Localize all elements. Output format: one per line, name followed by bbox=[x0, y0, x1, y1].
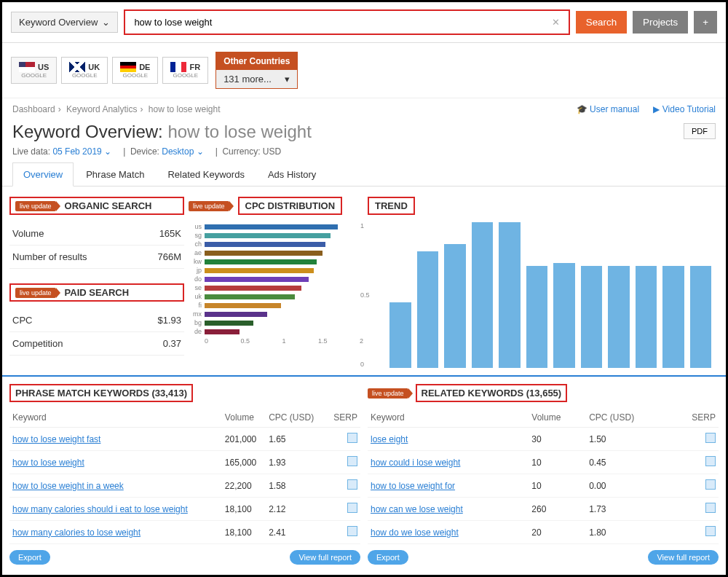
crumb-current: how to lose weight bbox=[149, 104, 221, 114]
keyword-link[interactable]: how could i lose weight bbox=[371, 458, 460, 468]
keyword-link[interactable]: how to lose weight fast bbox=[12, 434, 100, 444]
view-report-button[interactable]: View full report bbox=[648, 550, 719, 565]
serp-icon[interactable] bbox=[705, 503, 716, 513]
scope-label: Keyword Overview bbox=[19, 17, 98, 28]
metric-row: CPC$1.93 bbox=[9, 309, 184, 332]
table-row: how to lose weight in a week22,2001.58 bbox=[9, 474, 360, 498]
other-countries-title: Other Countries bbox=[216, 52, 297, 70]
table-row: how could i lose weight100.45 bbox=[368, 451, 719, 474]
search-input[interactable] bbox=[127, 12, 544, 33]
serp-icon[interactable] bbox=[347, 526, 357, 536]
country-uk[interactable]: UKGOOGLE bbox=[61, 57, 108, 84]
chevron-down-icon: ⌄ bbox=[102, 17, 110, 28]
serp-icon[interactable] bbox=[347, 433, 357, 443]
country-fr[interactable]: FRGOOGLE bbox=[162, 57, 208, 84]
table-row: how can we lose weight2601.73 bbox=[368, 498, 719, 521]
country-de[interactable]: DEGOOGLE bbox=[112, 57, 158, 84]
clear-icon[interactable]: ✕ bbox=[545, 17, 567, 28]
keyword-link[interactable]: how many calories should i eat to lose w… bbox=[12, 504, 188, 514]
keyword-link[interactable]: how many calories to lose weight bbox=[12, 527, 141, 538]
trend-title: TREND bbox=[368, 197, 415, 215]
live-update-badge: live update bbox=[15, 201, 56, 211]
search-wrapper: ✕ bbox=[124, 9, 569, 35]
live-date[interactable]: 05 Feb 2019 ⌄ bbox=[52, 146, 111, 157]
live-update-badge: live update bbox=[368, 388, 408, 399]
other-countries[interactable]: Other Countries 131 more... ▾ bbox=[215, 52, 298, 89]
projects-button[interactable]: Projects bbox=[633, 11, 688, 34]
serp-icon[interactable] bbox=[705, 433, 716, 443]
keyword-link[interactable]: how to lose weight for bbox=[371, 481, 455, 491]
live-update-badge: live update bbox=[15, 288, 56, 298]
metric-row: Number of results766M bbox=[9, 246, 184, 269]
paid-search-title: PAID SEARCH bbox=[65, 287, 130, 298]
table-row: how many calories should i eat to lose w… bbox=[9, 498, 360, 521]
tab-ads-history[interactable]: Ads History bbox=[257, 162, 327, 186]
related-table: KeywordVolumeCPC (USD)SERP lose eight301… bbox=[368, 408, 719, 544]
organic-search-title: ORGANIC SEARCH bbox=[65, 200, 152, 211]
related-keywords-title: RELATED KEYWORDS (13,655) bbox=[416, 384, 568, 402]
meta-row: Live data: 05 Feb 2019 ⌄ | Device: Deskt… bbox=[2, 145, 726, 162]
metric-row: Volume165K bbox=[9, 222, 184, 246]
chevron-down-icon: ▾ bbox=[285, 74, 290, 85]
phrase-match-title: PHRASE MATCH KEYWORDS (33,413) bbox=[9, 384, 193, 402]
search-button[interactable]: Search bbox=[576, 11, 627, 34]
scope-dropdown[interactable]: Keyword Overview ⌄ bbox=[11, 12, 118, 33]
keyword-link[interactable]: how to lose weight bbox=[12, 458, 84, 468]
video-tutorial-link[interactable]: ▶ Video Tutorial bbox=[653, 104, 716, 114]
live-update-badge: live update bbox=[189, 201, 229, 211]
currency-label: Currency: USD bbox=[222, 146, 281, 157]
keyword-link[interactable]: how to lose weight in a week bbox=[12, 481, 124, 491]
serp-icon[interactable] bbox=[347, 503, 357, 513]
export-button[interactable]: Export bbox=[9, 550, 50, 565]
add-button[interactable]: + bbox=[694, 11, 717, 34]
table-row: how to lose weight165,0001.93 bbox=[9, 451, 360, 474]
tab-phrase-match[interactable]: Phrase Match bbox=[75, 162, 155, 186]
crumb-analytics[interactable]: Keyword Analytics bbox=[66, 104, 137, 114]
table-row: how many calories to lose weight18,1002.… bbox=[9, 521, 360, 544]
phrase-table: KeywordVolumeCPC (USD)SERP how to lose w… bbox=[9, 408, 360, 544]
country-us[interactable]: USGOOGLE bbox=[11, 57, 57, 84]
keyword-link[interactable]: lose eight bbox=[371, 434, 408, 444]
pdf-button[interactable]: PDF bbox=[684, 123, 716, 139]
cpc-distribution-title: CPC DISTRIBUTION bbox=[238, 197, 343, 215]
serp-icon[interactable] bbox=[347, 479, 357, 490]
table-row: how to lose weight for100.00 bbox=[368, 474, 719, 498]
other-countries-count: 131 more... bbox=[223, 74, 272, 85]
cpc-chart: ussgchaekwjpdoseukfimxbgde bbox=[189, 222, 363, 336]
export-button[interactable]: Export bbox=[368, 550, 408, 565]
table-row: how do we lose weight201.80 bbox=[368, 521, 719, 544]
keyword-link[interactable]: how do we lose weight bbox=[371, 527, 459, 538]
serp-icon[interactable] bbox=[705, 456, 716, 466]
tab-related-keywords[interactable]: Related Keywords bbox=[157, 162, 256, 186]
user-manual-link[interactable]: 🎓 User manual bbox=[577, 104, 639, 114]
device-select[interactable]: Desktop ⌄ bbox=[162, 146, 203, 157]
trend-chart bbox=[382, 222, 719, 368]
view-report-button[interactable]: View full report bbox=[290, 550, 360, 565]
tab-overview[interactable]: Overview bbox=[12, 162, 74, 187]
crumb-dashboard[interactable]: Dashboard bbox=[12, 104, 55, 114]
serp-icon[interactable] bbox=[705, 526, 716, 536]
keyword-link[interactable]: how can we lose weight bbox=[371, 504, 463, 514]
page-title: Keyword Overview: how to lose weight bbox=[2, 120, 726, 145]
table-row: lose eight301.50 bbox=[368, 428, 719, 451]
breadcrumb: Dashboard› Keyword Analytics› how to los… bbox=[12, 104, 221, 114]
table-row: how to lose weight fast201,0001.65 bbox=[9, 428, 360, 451]
serp-icon[interactable] bbox=[347, 456, 357, 466]
serp-icon[interactable] bbox=[705, 479, 716, 490]
metric-row: Competition0.37 bbox=[9, 332, 184, 356]
